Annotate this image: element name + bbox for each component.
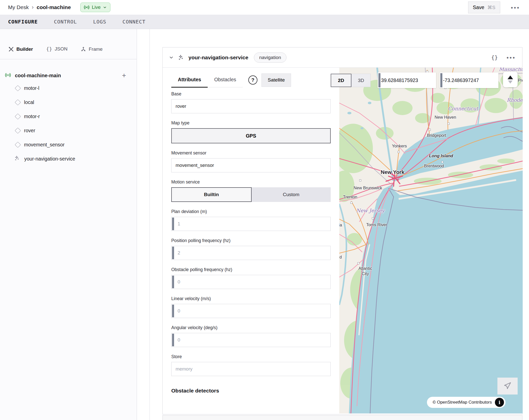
service-type-badge: navigation: [254, 52, 286, 63]
breadcrumb-root-link[interactable]: My Desk: [8, 4, 29, 10]
tab-control[interactable]: CONTROL: [54, 19, 77, 25]
tab-logs[interactable]: LOGS: [93, 19, 106, 25]
number-drag-handle[interactable]: [172, 334, 174, 346]
field-label: Store: [171, 354, 331, 359]
basemap-graphic: [339, 68, 523, 413]
add-component-button[interactable]: +: [122, 72, 131, 79]
field-label: Base: [171, 91, 331, 97]
field-store: Store: [171, 354, 331, 376]
town-marker: [429, 129, 431, 131]
service-sparkle-icon: [178, 54, 184, 61]
save-button[interactable]: Save ⌘S: [468, 2, 500, 13]
component-diamond-icon: [15, 142, 21, 148]
tree-item-label: motor-r: [24, 114, 40, 119]
sidebar-item-motor-r[interactable]: motor-r: [0, 109, 137, 123]
attributes-form: Attributes Obstacles ? Satellite Base Ma…: [163, 68, 339, 394]
sidebar-item-motor-l[interactable]: motor-l: [0, 81, 137, 95]
motion-service-custom-option[interactable]: Custom: [252, 187, 331, 202]
map-attribution: © OpenStreetMap Contributors i: [427, 397, 506, 408]
attribute-tabs: Attributes Obstacles: [171, 73, 243, 87]
latitude-input[interactable]: [381, 77, 436, 83]
machine-nav-tabs: CONFIGURE CONTROL LOGS CONNECT: [0, 15, 529, 29]
breadcrumb: My Desk › cool-machine: [0, 4, 71, 11]
field-plan-deviation: Plan deviation (m): [171, 209, 331, 231]
map-3d-button[interactable]: 3D: [351, 74, 371, 87]
attribution-text: © OpenStreetMap Contributors: [432, 400, 492, 405]
field-label: Map type: [171, 120, 331, 126]
sidebar-tab-frame[interactable]: Frame: [81, 46, 103, 52]
sidebar-view-tabs: Builder {} JSON Frame: [0, 29, 137, 59]
motion-service-builtin-option[interactable]: Builtin: [171, 187, 252, 202]
number-drag-handle[interactable]: [172, 247, 174, 259]
latitude-drag-handle[interactable]: [378, 73, 380, 87]
field-label: Linear velocity (m/s): [171, 296, 331, 301]
tree-item-label: local: [24, 99, 34, 105]
sidebar-tab-builder[interactable]: Builder: [8, 46, 33, 52]
machine-part-name: cool-machine-main: [15, 73, 61, 78]
tab-obstacles[interactable]: Obstacles: [208, 73, 243, 87]
linear-velocity-input[interactable]: [171, 304, 331, 318]
field-map-type: Map type GPS: [171, 120, 331, 143]
navigation-map[interactable]: MassachusettsRhode IslandProvidenceConne…: [339, 68, 523, 413]
town-marker: [448, 123, 450, 125]
chevron-down-icon: [103, 5, 107, 9]
component-diamond-icon: [15, 127, 21, 134]
field-movement-sensor: Movement sensor: [171, 150, 331, 172]
store-input[interactable]: [171, 362, 331, 376]
collapse-chevron-icon[interactable]: [169, 55, 174, 60]
number-drag-handle[interactable]: [172, 305, 174, 317]
field-label: Movement sensor: [171, 150, 331, 156]
tree-item-label: your-navigation-service: [24, 156, 75, 162]
tab-connect[interactable]: CONNECT: [123, 19, 146, 25]
sidebar-item-rover[interactable]: rover: [0, 123, 137, 138]
obstacle-polling-input[interactable]: [171, 275, 331, 289]
field-label: Motion service: [171, 179, 331, 185]
movement-sensor-input[interactable]: [171, 158, 331, 172]
latitude-field: [378, 72, 436, 88]
map-type-gps-button[interactable]: GPS: [171, 128, 331, 143]
config-sidebar: Builder {} JSON Frame: [0, 29, 137, 420]
sidebar-item-your-navigation-service[interactable]: your-navigation-service: [0, 152, 137, 166]
field-angular-velocity: Angular velocity (deg/s): [171, 325, 331, 347]
field-label: Angular velocity (deg/s): [171, 325, 331, 330]
town-marker: [398, 151, 400, 153]
angular-velocity-input[interactable]: [171, 333, 331, 347]
map-2d-button[interactable]: 2D: [331, 74, 351, 87]
component-diamond-icon: [15, 85, 21, 91]
tree-root-machine[interactable]: cool-machine-main +: [0, 70, 137, 81]
step-down-icon[interactable]: [508, 81, 513, 84]
base-input[interactable]: [171, 99, 331, 113]
field-linear-velocity: Linear velocity (m/s): [171, 296, 331, 318]
step-up-icon[interactable]: [508, 75, 513, 79]
live-status-dropdown[interactable]: Live: [80, 3, 110, 12]
code-braces-icon[interactable]: {}: [491, 54, 498, 61]
next-panel-cut-off: [162, 415, 522, 420]
plan-deviation-input[interactable]: [171, 217, 331, 231]
tree-item-label: motor-l: [24, 85, 39, 91]
satellite-toggle-button[interactable]: Satellite: [261, 73, 291, 87]
sidebar-item-movement-sensor[interactable]: movement_sensor: [0, 138, 137, 152]
topbar-actions: Save ⌘S ●●●: [468, 0, 520, 15]
more-options-icon[interactable]: ●●●: [511, 5, 520, 10]
card-header: your-navigation-service navigation {} ●●…: [163, 47, 522, 68]
help-icon[interactable]: ?: [248, 75, 257, 85]
sidebar-item-local[interactable]: local: [0, 95, 137, 109]
position-polling-input[interactable]: [171, 246, 331, 260]
top-bar: My Desk › cool-machine Live Save ⌘S ●●●: [0, 0, 529, 15]
center-on-machine-button[interactable]: [497, 378, 518, 395]
tab-configure[interactable]: CONFIGURE: [8, 19, 38, 25]
longitude-input[interactable]: [443, 77, 498, 83]
zoom-stepper[interactable]: [503, 72, 518, 87]
sidebar-tab-json[interactable]: {} JSON: [46, 46, 67, 52]
number-drag-handle[interactable]: [172, 218, 174, 230]
tab-attributes[interactable]: Attributes: [171, 73, 208, 88]
braces-icon: {}: [46, 46, 52, 52]
live-label: Live: [92, 5, 101, 10]
broadcast-icon: [84, 5, 89, 10]
info-icon[interactable]: i: [495, 398, 504, 407]
card-more-options-icon[interactable]: ●●●: [507, 55, 516, 60]
longitude-drag-handle[interactable]: [440, 73, 442, 87]
sidebar-tab-builder-label: Builder: [16, 46, 33, 52]
navigation-arrow-icon: [503, 382, 512, 390]
number-drag-handle[interactable]: [172, 276, 174, 288]
